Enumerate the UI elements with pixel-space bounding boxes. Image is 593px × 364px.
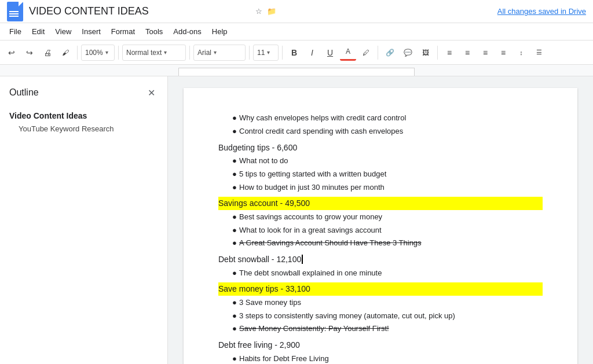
- item-text: 3 Save money tips: [239, 297, 301, 309]
- list-item: ● What to look for in a great savings ac…: [218, 225, 543, 237]
- list-item: ● Best savings accounts to grow your mon…: [218, 211, 543, 223]
- item-text: How to budget in just 30 minutes per mon…: [239, 182, 385, 194]
- undo-button[interactable]: ↩: [3, 45, 20, 61]
- bullet-dot: ●: [230, 297, 239, 309]
- zoom-dropdown[interactable]: 100% ▾: [81, 45, 115, 61]
- item-text: Why cash envelopes helps with credit car…: [239, 112, 406, 124]
- bullet-dot: ●: [230, 112, 239, 124]
- line-spacing-button[interactable]: ↕: [513, 45, 529, 61]
- italic-button[interactable]: I: [304, 45, 320, 61]
- item-text: A Great Savings Account Should Have Thes…: [239, 237, 422, 249]
- list-item: ● 3 Save money tips: [218, 297, 543, 309]
- heading-budgeting-tips: Budgeting tips - 6,600: [218, 141, 543, 154]
- menu-addons[interactable]: Add-ons: [169, 25, 206, 38]
- toolbar-divider-5: [282, 46, 283, 60]
- menu-help[interactable]: Help: [207, 25, 232, 38]
- link-button[interactable]: 🔗: [382, 45, 398, 61]
- sidebar-close-button[interactable]: ✕: [144, 86, 158, 100]
- item-text: The debt snowball explained in one minut…: [239, 267, 382, 280]
- style-arrow: ▾: [164, 49, 167, 56]
- zoom-value: 100%: [85, 49, 103, 57]
- bullet-dot: ●: [230, 155, 239, 167]
- menu-bar: File Edit View Insert Format Tools Add-o…: [0, 23, 593, 41]
- menu-edit[interactable]: Edit: [27, 25, 49, 38]
- title-bar: VIDEO CONTENT IDEAS ☆ 📁 All changes save…: [0, 0, 593, 23]
- saved-status[interactable]: All changes saved in Drive: [497, 7, 586, 16]
- toolbar: ↩ ↪ 🖨 🖌 100% ▾ Normal text ▾ Arial ▾ 11 …: [0, 41, 593, 65]
- toolbar-divider-1: [77, 46, 78, 60]
- item-text: Save Money Consistently: Pay Yourself Fi…: [239, 323, 389, 335]
- size-value: 11: [257, 49, 265, 57]
- outline-item-video-content-ideas[interactable]: Video Content Ideas: [9, 109, 158, 123]
- paint-format-button[interactable]: 🖌: [57, 45, 74, 61]
- list-item: ● 5 tips to getting started with a writt…: [218, 168, 543, 181]
- page: ● Why cash envelopes helps with credit c…: [184, 88, 577, 364]
- folder-icon[interactable]: 📁: [267, 7, 276, 16]
- item-text: Best savings accounts to grow your money: [239, 211, 382, 223]
- font-value: Arial: [197, 49, 211, 57]
- menu-file[interactable]: File: [5, 25, 26, 38]
- outline-item-youtube-keyword-research[interactable]: YouTube Keyword Research: [9, 123, 158, 135]
- heading-savings-account: Savings account - 49,500: [218, 197, 543, 209]
- ruler-inner: [178, 68, 415, 76]
- bullet-dot: ●: [230, 237, 239, 249]
- bullet-dot: ●: [230, 225, 239, 237]
- bullet-dot: ●: [230, 267, 239, 280]
- star-icon[interactable]: ☆: [255, 7, 262, 16]
- zoom-arrow: ▾: [105, 49, 108, 56]
- list-button[interactable]: ☰: [531, 45, 547, 61]
- redo-button[interactable]: ↪: [21, 45, 38, 61]
- list-item: ● Control credit card spending with cash…: [218, 126, 543, 138]
- bullet-dot: ●: [230, 168, 239, 181]
- font-arrow: ▾: [214, 49, 217, 56]
- list-item: ● The debt snowball explained in one min…: [218, 267, 543, 280]
- list-item: ● What not to do: [218, 155, 543, 167]
- image-button[interactable]: 🖼: [418, 45, 434, 61]
- menu-tools[interactable]: Tools: [141, 25, 167, 38]
- list-item: ● 3 steps to consistently saving money (…: [218, 310, 543, 322]
- bold-button[interactable]: B: [286, 45, 302, 61]
- align-right-button[interactable]: ≡: [477, 45, 493, 61]
- underline-button[interactable]: U: [322, 45, 338, 61]
- toolbar-divider-4: [249, 46, 250, 60]
- comment-button[interactable]: 💬: [400, 45, 416, 61]
- align-left-button[interactable]: ≡: [441, 45, 457, 61]
- list-item: ● How to budget in just 30 minutes per m…: [218, 182, 543, 194]
- item-text: 3 steps to consistently saving money (au…: [239, 310, 455, 322]
- style-dropdown[interactable]: Normal text ▾: [122, 45, 186, 61]
- bullet-dot: ●: [230, 310, 239, 322]
- ruler: [0, 65, 593, 76]
- bullet-dot: ●: [230, 353, 239, 364]
- size-dropdown[interactable]: 11 ▾: [253, 45, 279, 61]
- sidebar-title: Outline: [9, 87, 39, 98]
- align-center-button[interactable]: ≡: [459, 45, 475, 61]
- style-value: Normal text: [126, 49, 162, 57]
- menu-insert[interactable]: Insert: [77, 25, 105, 38]
- doc-title: VIDEO CONTENT IDEAS: [29, 5, 250, 17]
- heading-debt-snowball: Debt snowball - 12,100: [218, 253, 543, 266]
- bullet-dot: ●: [230, 211, 239, 223]
- highlight-color-button[interactable]: 🖊: [358, 45, 374, 61]
- doc-area[interactable]: ● Why cash envelopes helps with credit c…: [168, 76, 593, 364]
- sidebar: Outline ✕ Video Content Ideas YouTube Ke…: [0, 76, 168, 364]
- heading-debt-free-living: Debt free living - 2,900: [218, 339, 543, 351]
- menu-view[interactable]: View: [50, 25, 76, 38]
- print-button[interactable]: 🖨: [39, 45, 56, 61]
- doc-icon: [7, 2, 23, 21]
- item-text: Habits for Debt Free Living: [239, 353, 329, 364]
- list-item: ● Habits for Debt Free Living: [218, 353, 543, 364]
- sidebar-header: Outline ✕: [9, 86, 158, 100]
- main: Outline ✕ Video Content Ideas YouTube Ke…: [0, 76, 593, 364]
- size-arrow: ▾: [267, 49, 270, 56]
- text-color-button[interactable]: A: [340, 45, 356, 61]
- title-icons: ☆ 📁: [255, 7, 276, 16]
- bullet-dot: ●: [230, 126, 239, 138]
- item-text: Control credit card spending with cash e…: [239, 126, 403, 138]
- justify-button[interactable]: ≡: [495, 45, 511, 61]
- item-text: 5 tips to getting started with a written…: [239, 168, 386, 181]
- list-item: ● Save Money Consistently: Pay Yourself …: [218, 323, 543, 335]
- bullet-dot: ●: [230, 323, 239, 335]
- font-dropdown[interactable]: Arial ▾: [193, 45, 246, 61]
- menu-format[interactable]: Format: [107, 25, 140, 38]
- bullet-dot: ●: [230, 182, 239, 194]
